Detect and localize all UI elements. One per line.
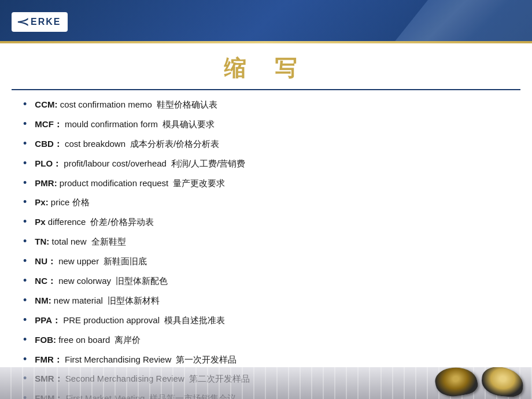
list-item: •TN: total new全新鞋型 bbox=[23, 232, 515, 252]
list-item: •NC： new colorway旧型体新配色 bbox=[23, 271, 515, 291]
item-text: CCM: cost confirmation memo鞋型价格确认表 bbox=[35, 98, 515, 111]
chinese-text: 利润/人工费/营销费 bbox=[171, 158, 245, 168]
bullet-icon: • bbox=[23, 234, 27, 250]
list-item: •CBD： cost breakdown成本分析表/价格分析表 bbox=[23, 134, 515, 154]
content-area: •CCM: cost confirmation memo鞋型价格确认表•MCF：… bbox=[0, 90, 532, 399]
bullet-icon: • bbox=[23, 136, 27, 152]
list-item: •MCF： mould confirmation form模具确认要求 bbox=[23, 114, 515, 134]
bullet-icon: • bbox=[23, 175, 27, 191]
abbreviation: Px: bbox=[35, 197, 51, 207]
item-text: FMR： First Merchandising Review第一次开发样品 bbox=[35, 353, 515, 366]
english-text: First Merchandising Review bbox=[65, 354, 171, 364]
item-text: NC： new colorway旧型体新配色 bbox=[35, 274, 515, 287]
list-item: •FMR： First Merchandising Review第一次开发样品 bbox=[23, 350, 515, 370]
chinese-text: 鞋型价格确认表 bbox=[157, 99, 217, 109]
english-text: mould confirmation form bbox=[65, 119, 158, 129]
chinese-text: 模具确认要求 bbox=[162, 119, 215, 129]
abbreviation: Px bbox=[35, 217, 48, 227]
list-item: •PLO： profit/labour cost/overhead利润/人工费/… bbox=[23, 154, 515, 173]
chinese-text: 量产更改要求 bbox=[173, 178, 225, 188]
abbreviation: CBD： bbox=[35, 139, 65, 149]
item-text: PLO： profit/labour cost/overhead利润/人工费/营… bbox=[35, 157, 515, 170]
item-text: NM: new material旧型体新材料 bbox=[35, 294, 515, 307]
bullet-icon: • bbox=[23, 253, 27, 269]
bullet-icon: • bbox=[23, 97, 27, 113]
chinese-text: 价差/价格异动表 bbox=[90, 217, 153, 227]
item-text: NU： new upper新鞋面旧底 bbox=[35, 254, 515, 268]
item-text: PMR: product modification request量产更改要求 bbox=[35, 176, 515, 190]
item-text: MCF： mould confirmation form模具确认要求 bbox=[35, 117, 515, 131]
abbreviation: NC： bbox=[35, 276, 58, 286]
abbreviation: PLO： bbox=[35, 158, 64, 168]
english-text: price 价格 bbox=[51, 197, 90, 207]
shoe-image-2 bbox=[481, 367, 524, 398]
abbreviation: FMR： bbox=[35, 354, 65, 364]
bullet-icon: • bbox=[23, 312, 27, 328]
title-section: 缩 写 bbox=[12, 43, 520, 90]
english-text: product modification request bbox=[60, 178, 168, 188]
list-item: •CCM: cost confirmation memo鞋型价格确认表 bbox=[23, 95, 515, 114]
chinese-text: 旧型体新材料 bbox=[108, 295, 160, 305]
chinese-text: 离岸价 bbox=[114, 335, 141, 345]
list-item: •FOB: free on board离岸价 bbox=[23, 330, 515, 350]
english-text: new colorway bbox=[58, 276, 111, 286]
logo-arrow-icon: ≺ bbox=[16, 16, 29, 28]
chinese-text: 第一次开发样品 bbox=[176, 354, 237, 364]
bullet-icon: • bbox=[23, 273, 27, 289]
list-item: •PMR: product modification request量产更改要求 bbox=[23, 173, 515, 193]
page-title: 缩 写 bbox=[12, 54, 520, 83]
item-text: PPA： PRE production approval模具自述批准表 bbox=[35, 313, 515, 327]
abbreviation: NM: bbox=[35, 295, 54, 305]
list-item: •PPA： PRE production approval模具自述批准表 bbox=[23, 311, 515, 330]
english-text: PRE production approval bbox=[63, 315, 160, 325]
abbreviation: MCF： bbox=[35, 119, 65, 129]
abbreviation: CCM: bbox=[35, 99, 60, 109]
english-text: cost confirmation memo bbox=[60, 99, 152, 109]
item-text: TN: total new全新鞋型 bbox=[35, 235, 515, 248]
bottom-bar bbox=[0, 367, 532, 399]
item-text: Px: price 价格 bbox=[35, 195, 515, 209]
abbreviation: FOB: bbox=[35, 335, 58, 345]
bullet-icon: • bbox=[23, 194, 27, 210]
english-text: new upper bbox=[58, 256, 99, 266]
header-decoration bbox=[359, 0, 532, 43]
bullet-icon: • bbox=[23, 332, 27, 348]
shoe-images bbox=[435, 367, 523, 396]
logo-text: ERKE bbox=[31, 17, 61, 27]
item-text: CBD： cost breakdown成本分析表/价格分析表 bbox=[35, 137, 515, 150]
chinese-text: 旧型体新配色 bbox=[116, 276, 168, 286]
english-text: cost breakdown bbox=[65, 139, 125, 149]
logo: ≺ ERKE bbox=[12, 12, 68, 32]
chinese-text: 模具自述批准表 bbox=[164, 315, 225, 325]
header: ≺ ERKE bbox=[0, 0, 532, 43]
abbreviation: PPA： bbox=[35, 315, 63, 325]
abbreviation: TN: bbox=[35, 237, 51, 246]
bullet-icon: • bbox=[23, 214, 27, 230]
bullet-icon: • bbox=[23, 156, 27, 172]
list-item: •NU： new upper新鞋面旧底 bbox=[23, 252, 515, 271]
english-text: profit/labour cost/overhead bbox=[64, 158, 167, 168]
bullet-icon: • bbox=[23, 116, 27, 132]
list-item: •Px difference价差/价格异动表 bbox=[23, 212, 515, 232]
abbreviation: NU： bbox=[35, 256, 58, 266]
item-text: Px difference价差/价格异动表 bbox=[35, 215, 515, 228]
chinese-text: 新鞋面旧底 bbox=[104, 256, 147, 266]
bullet-icon: • bbox=[23, 352, 27, 368]
chinese-text: 全新鞋型 bbox=[91, 237, 126, 246]
english-text: difference bbox=[48, 217, 86, 227]
bullet-icon: • bbox=[23, 293, 27, 309]
abbreviation: PMR: bbox=[35, 178, 60, 188]
shoe-image-1 bbox=[433, 367, 479, 399]
english-text: new material bbox=[54, 295, 103, 305]
item-text: FOB: free on board离岸价 bbox=[35, 333, 515, 346]
list-item: •Px: price 价格 bbox=[23, 193, 515, 212]
english-text: total new bbox=[51, 237, 86, 246]
english-text: free on board bbox=[58, 335, 110, 345]
chinese-text: 成本分析表/价格分析表 bbox=[130, 139, 219, 149]
list-item: •NM: new material旧型体新材料 bbox=[23, 291, 515, 311]
